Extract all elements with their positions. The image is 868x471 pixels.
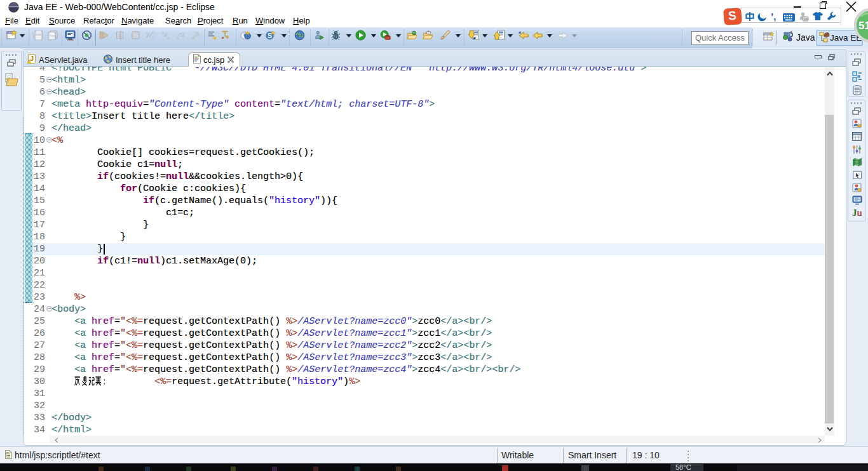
svg-text:51: 51 [858, 20, 868, 32]
